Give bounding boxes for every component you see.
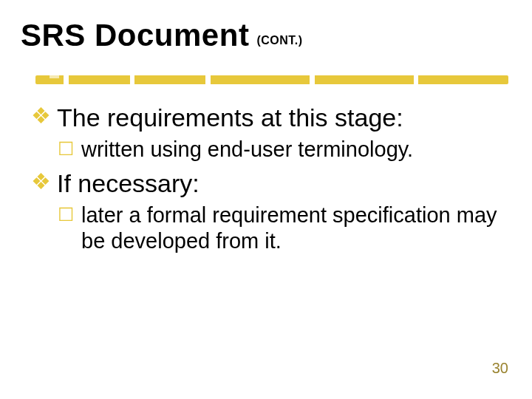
title-main: SRS Document [21,18,249,53]
content-area: ❖ The requirements at this stage: ☐ writ… [21,103,511,253]
list-item: ❖ The requirements at this stage: [31,103,501,132]
list-item: ☐ written using end-user terminology. [58,137,501,162]
brush-stroke-icon [35,75,508,84]
slide-title: SRS Document (CONT.) [21,18,511,53]
square-bullet-icon: ☐ [58,138,74,160]
page-number: 30 [492,360,508,377]
title-continuation: (CONT.) [256,34,302,47]
list-item-text: later a formal requirement specification… [81,202,501,253]
slide: SRS Document (CONT.) ❖ The requirements … [0,0,532,399]
list-item-text: written using end-user terminology. [81,137,413,162]
list-item: ❖ If necessary: [31,169,501,198]
title-underline [21,75,511,84]
list-item-text: If necessary: [57,169,200,198]
diamond-bullet-icon: ❖ [31,169,51,195]
list-item-text: The requirements at this stage: [57,103,403,132]
square-bullet-icon: ☐ [58,204,74,226]
list-item: ☐ later a formal requirement specificati… [58,202,501,253]
diamond-bullet-icon: ❖ [31,103,51,129]
